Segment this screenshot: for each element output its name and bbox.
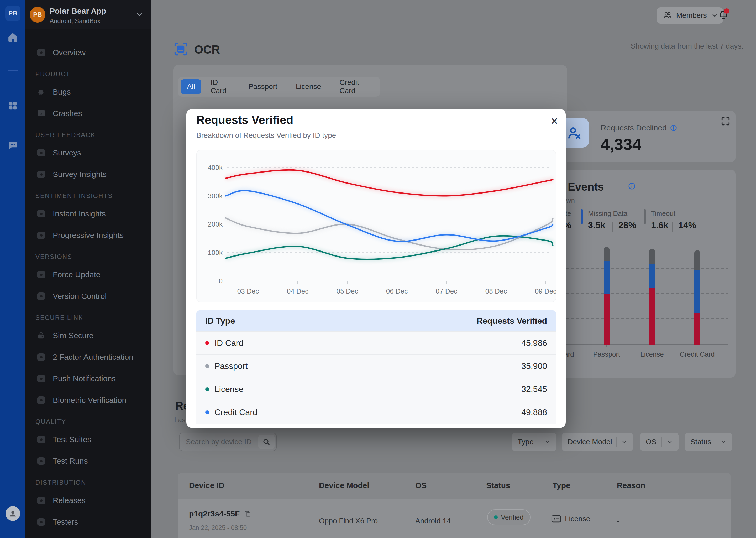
requests-declined-value: 4,334 (601, 135, 641, 154)
sidebar-item-label: Progressive Insights (53, 231, 124, 240)
sidebar-item-testers[interactable]: Testers (35, 514, 151, 530)
notifications-bell[interactable] (716, 8, 731, 23)
svg-text:Passport: Passport (593, 350, 620, 358)
sidebar-item-label: Overview (53, 48, 85, 57)
requests-verified-value: 32,545 (521, 384, 547, 394)
stat-pct: 14% (678, 220, 696, 230)
sidebar-section-product: PRODUCT (35, 69, 151, 79)
column-reason: Reason (617, 481, 645, 490)
modal-col-verified: Requests Verified (477, 316, 547, 326)
sidebar-item-test-suites[interactable]: Test Suites (35, 432, 151, 448)
sidebar-item-2-factor-authentication[interactable]: 2 Factor Authentication (35, 349, 151, 365)
sidebar-item-version-control[interactable]: Version Control (35, 288, 151, 304)
sidebar-item-survey-insights[interactable]: Survey Insights (35, 166, 151, 182)
status-badge: Verified (487, 510, 530, 525)
bug-icon (35, 87, 47, 97)
sidebar-item-test-runs[interactable]: Test Runs (35, 453, 151, 469)
left-rail: PB (0, 0, 25, 538)
sidebar-item-label: Releases (53, 496, 85, 505)
info-icon[interactable] (670, 124, 677, 132)
rail-user-avatar[interactable] (6, 506, 20, 521)
sidebar-section-user-feedback: USER FEEDBACK (35, 130, 151, 140)
sidebar-item-biometric-verification[interactable]: Biometric Verification (35, 392, 151, 408)
device-model: Oppo Find X6 Pro (319, 517, 378, 525)
app-icon (35, 373, 47, 384)
tab-passport[interactable]: Passport (239, 79, 287, 94)
sidebar-section-versions: VERSIONS (35, 251, 151, 262)
sidebar-item-label: Surveys (53, 148, 81, 157)
app-switcher[interactable]: PB Polar Bear App Android, SandBox (25, 0, 151, 29)
home-icon[interactable] (7, 32, 19, 43)
filter-os[interactable]: OS (640, 433, 679, 451)
status-dot-icon (494, 515, 498, 519)
requests-declined-label: Requests Declined (601, 124, 677, 132)
notification-badge (724, 8, 729, 14)
series-dot-icon (205, 341, 209, 345)
tab-all[interactable]: All (180, 79, 201, 94)
rail-divider (8, 70, 18, 71)
tab-id-card[interactable]: ID Card (201, 79, 239, 94)
sidebar-section-secure-link: SECURE LINK (35, 312, 151, 323)
close-icon[interactable]: ✕ (548, 115, 561, 128)
devices-table: Device IDDevice ModelOSStatusTypeReason … (178, 473, 731, 538)
device-date: Jan 22, 2025 - 08:50 (189, 524, 247, 531)
filter-status[interactable]: Status (684, 433, 732, 451)
sidebar-item-label: Testers (53, 517, 78, 526)
members-label: Members (676, 11, 707, 20)
column-device-model: Device Model (319, 481, 369, 490)
sidebar-item-crashes[interactable]: Crashes (35, 106, 151, 121)
stat-label: Missing Data (588, 209, 628, 218)
requests-verified-line-chart: 400k300k200k100k003 Dec04 Dec05 Dec06 De… (196, 150, 556, 302)
modal-col-idtype: ID Type (205, 316, 235, 326)
search-input[interactable] (179, 438, 258, 446)
sidebar-section-quality: QUALITY (35, 416, 151, 427)
device-id: p1q2r3s4-55F (189, 510, 240, 518)
sidebar-item-push-notifications[interactable]: Push Notifications (35, 371, 151, 387)
sidebar-item-surveys[interactable]: Surveys (35, 145, 151, 161)
sidebar-item-progressive-insights[interactable]: Progressive Insights (35, 227, 151, 243)
type-cell: License (551, 514, 590, 523)
sidebar-item-bugs[interactable]: Bugs (35, 84, 151, 100)
modal-title: Requests Verified (196, 113, 293, 127)
copy-icon[interactable] (244, 510, 251, 517)
column-status: Status (486, 481, 510, 490)
chat-icon[interactable] (7, 139, 19, 151)
filter-device-model[interactable]: Device Model (562, 433, 633, 451)
modal-table-row-license: License 32,545 (196, 378, 556, 401)
tab-credit-card[interactable]: Credit Card (330, 79, 378, 94)
sidebar-section-distribution: DISTRIBUTION (35, 477, 151, 488)
svg-text:06 Dec: 06 Dec (386, 287, 408, 295)
sidebar-item-label: Force Update (53, 270, 101, 279)
workspace-chip[interactable]: PB (5, 6, 21, 21)
filter-type[interactable]: Type (512, 433, 557, 451)
sidebar-item-instant-insights[interactable]: Instant Insights (35, 206, 151, 222)
sidebar-item-sim-secure[interactable]: Sim Secure (35, 328, 151, 344)
stat-fragment-label: te (565, 209, 571, 218)
sidebar-item-label: Version Control (53, 292, 107, 301)
requests-verified-value: 35,900 (521, 361, 547, 371)
svg-text:04 Dec: 04 Dec (287, 287, 308, 295)
app-icon (35, 147, 47, 158)
members-button[interactable]: Members (657, 7, 723, 24)
page-title: OCR (194, 43, 220, 56)
search-button[interactable] (258, 435, 275, 449)
sidebar-item-releases[interactable]: Releases (35, 493, 151, 508)
info-icon[interactable] (628, 182, 636, 190)
column-type: Type (553, 481, 571, 490)
lock-icon (35, 330, 47, 341)
app-icon (35, 230, 47, 241)
modal-table-header: ID Type Requests Verified (196, 310, 556, 331)
sidebar-item-label: Survey Insights (53, 170, 107, 179)
expand-icon[interactable] (720, 116, 731, 127)
chevron-down-icon (621, 439, 628, 445)
sidebar-item-force-update[interactable]: Force Update (35, 267, 151, 283)
sidebar-nav: OverviewPRODUCTBugsCrashesUSER FEEDBACKS… (25, 37, 151, 530)
apps-grid-icon[interactable] (7, 100, 19, 112)
tab-license[interactable]: License (287, 79, 330, 94)
sidebar-item-overview[interactable]: Overview (35, 45, 151, 60)
stat-tick (644, 209, 646, 224)
svg-text:07 Dec: 07 Dec (436, 287, 457, 295)
sidebar-item-label: Test Runs (53, 457, 88, 465)
sidebar-section-sentiment-insights: SENTIMENT INSIGHTS (35, 190, 151, 201)
app-icon (35, 517, 47, 527)
